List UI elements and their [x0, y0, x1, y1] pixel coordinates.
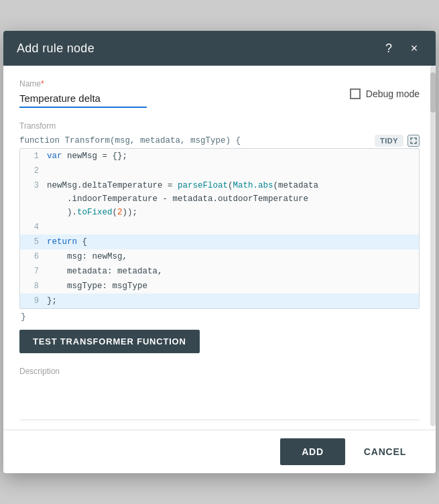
function-header: function Transform(msg, metadata, msgTyp…	[19, 135, 420, 147]
dialog-footer: ADD CANCEL	[3, 430, 436, 473]
transform-section: Transform function Transform(msg, metada…	[19, 121, 420, 322]
description-input[interactable]	[19, 380, 420, 420]
tidy-button[interactable]: TIDY	[375, 135, 403, 147]
code-line-1: 1 var newMsg = {};	[20, 149, 419, 164]
name-row: Name* Debug mode	[19, 79, 420, 108]
add-rule-node-dialog: Add rule node ? × Name* Debug mode	[3, 31, 436, 473]
closing-brace: }	[19, 312, 420, 322]
header-icons: ? ×	[381, 40, 422, 56]
name-field-wrapper: Name*	[19, 79, 339, 108]
debug-mode-label: Debug mode	[366, 88, 420, 99]
code-line-5: 5 return {	[20, 235, 419, 249]
help-icon: ?	[385, 42, 392, 56]
function-signature: function Transform(msg, metadata, msgTyp…	[19, 136, 241, 145]
code-line-7: 7 metadata: metadata,	[20, 264, 419, 279]
cancel-button[interactable]: CANCEL	[351, 438, 420, 465]
debug-mode-container: Debug mode	[350, 88, 420, 99]
scrollbar-thumb[interactable]	[430, 72, 436, 113]
code-line-8: 8 msgType: msgType	[20, 279, 419, 294]
dialog-body: Name* Debug mode Transform function Tran…	[3, 66, 436, 430]
code-line-3: 3 newMsg.deltaTemperature = parseFloat(M…	[20, 178, 419, 220]
expand-button[interactable]	[407, 135, 420, 147]
required-marker: *	[41, 79, 44, 88]
dialog-title: Add rule node	[17, 42, 95, 56]
close-button[interactable]: ×	[406, 40, 422, 56]
code-editor[interactable]: 1 var newMsg = {}; 2 3 newMsg.deltaTempe…	[19, 148, 420, 309]
code-line-9: 9 };	[20, 294, 419, 308]
description-section: Description	[19, 367, 420, 423]
debug-mode-checkbox[interactable]	[350, 88, 361, 99]
code-line-6: 6 msg: newMsg,	[20, 249, 419, 264]
transform-label: Transform	[19, 121, 420, 131]
close-icon: ×	[411, 42, 418, 56]
add-button[interactable]: ADD	[280, 438, 345, 465]
name-label: Name*	[19, 79, 339, 88]
code-line-4: 4	[20, 220, 419, 235]
description-label: Description	[19, 367, 420, 376]
dialog-header: Add rule node ? ×	[3, 31, 436, 66]
expand-icon	[410, 137, 417, 144]
test-transformer-button[interactable]: TEST TRANSFORMER FUNCTION	[19, 330, 200, 353]
help-button[interactable]: ?	[381, 40, 397, 56]
scrollbar-track	[430, 66, 436, 426]
name-input[interactable]	[19, 90, 147, 108]
code-line-2: 2	[20, 164, 419, 178]
